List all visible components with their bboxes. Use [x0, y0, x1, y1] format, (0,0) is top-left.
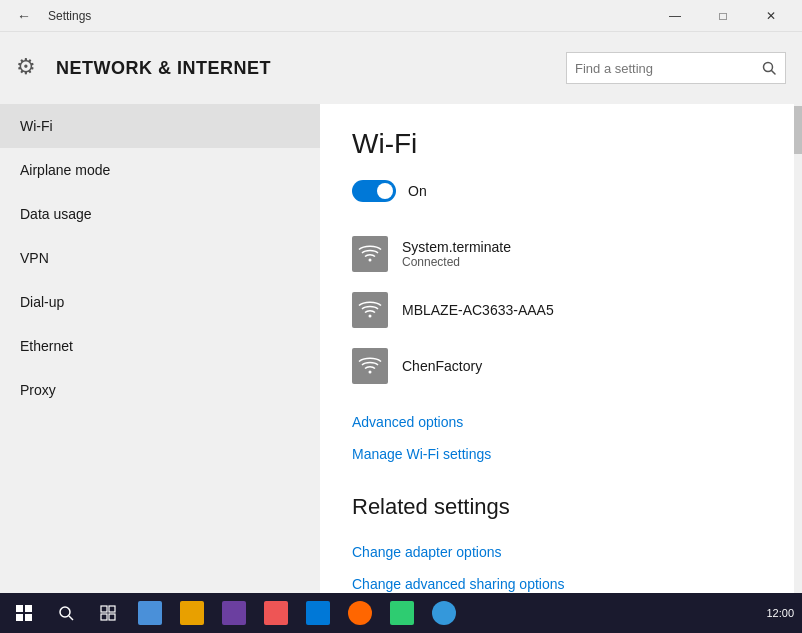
change-sharing-link[interactable]: Change advanced sharing options	[352, 568, 770, 593]
settings-app: ⚙ NETWORK & INTERNET Wi-Fi Airplane mode…	[0, 32, 802, 593]
svg-rect-6	[25, 605, 32, 612]
svg-rect-7	[16, 614, 23, 621]
taskbar-icon-6[interactable]	[340, 593, 380, 633]
network-info-1: System.terminate Connected	[402, 239, 511, 269]
sidebar-label-airplane: Airplane mode	[20, 162, 110, 178]
window-title: Settings	[48, 9, 91, 23]
taskbar-icon-1[interactable]	[130, 593, 170, 633]
sidebar-item-proxy[interactable]: Proxy	[0, 368, 320, 412]
network-item-chenfactory[interactable]: ChenFactory	[352, 338, 770, 394]
start-button[interactable]	[4, 593, 44, 633]
wifi-toggle-row: On	[352, 180, 770, 202]
page-title: Wi-Fi	[352, 128, 770, 160]
svg-line-1	[772, 71, 776, 75]
related-links-section: Change adapter options Change advanced s…	[352, 536, 770, 593]
network-name-2: MBLAZE-AC3633-AAA5	[402, 302, 554, 318]
taskbar-icon-3[interactable]	[214, 593, 254, 633]
taskbar-app-6	[348, 601, 372, 625]
taskbar-app-7	[390, 601, 414, 625]
sidebar-label-proxy: Proxy	[20, 382, 56, 398]
links-section: Advanced options Manage Wi-Fi settings	[352, 406, 770, 470]
svg-line-10	[69, 616, 73, 620]
content-panel: Wi-Fi On System	[320, 104, 802, 593]
sidebar-label-ethernet: Ethernet	[20, 338, 73, 354]
window-controls: — □ ✕	[652, 0, 794, 32]
taskbar-time: 12:00	[766, 607, 794, 619]
network-item-system-terminate[interactable]: System.terminate Connected	[352, 226, 770, 282]
svg-rect-8	[25, 614, 32, 621]
sidebar-item-wifi[interactable]: Wi-Fi	[0, 104, 320, 148]
sidebar-label-dialup: Dial-up	[20, 294, 64, 310]
search-input[interactable]	[567, 53, 753, 83]
search-box	[566, 52, 786, 84]
change-adapter-link[interactable]: Change adapter options	[352, 536, 770, 568]
wifi-toggle[interactable]	[352, 180, 396, 202]
sidebar-label-vpn: VPN	[20, 250, 49, 266]
taskbar-right: 12:00	[766, 607, 798, 619]
settings-icon: ⚙	[16, 54, 44, 82]
taskbar-icon-5[interactable]	[298, 593, 338, 633]
sidebar-item-airplane[interactable]: Airplane mode	[0, 148, 320, 192]
advanced-options-link[interactable]: Advanced options	[352, 406, 770, 438]
minimize-button[interactable]: —	[652, 0, 698, 32]
svg-rect-12	[109, 606, 115, 612]
network-info-3: ChenFactory	[402, 358, 482, 374]
app-header: ⚙ NETWORK & INTERNET	[0, 32, 802, 104]
back-button[interactable]: ←	[8, 0, 40, 32]
svg-rect-5	[16, 605, 23, 612]
taskbar-icon-2[interactable]	[172, 593, 212, 633]
taskbar: 12:00	[0, 593, 802, 633]
windows-icon	[16, 605, 32, 621]
svg-point-9	[60, 607, 70, 617]
wifi-signal-icon-2	[352, 292, 388, 328]
task-view-icon	[100, 605, 116, 621]
svg-rect-13	[101, 614, 107, 620]
network-status-1: Connected	[402, 255, 511, 269]
taskbar-icon-7[interactable]	[382, 593, 422, 633]
svg-point-4	[369, 371, 372, 374]
taskbar-app-4	[264, 601, 288, 625]
related-settings-title: Related settings	[352, 494, 770, 520]
sidebar-label-wifi: Wi-Fi	[20, 118, 53, 134]
close-button[interactable]: ✕	[748, 0, 794, 32]
main-area: Wi-Fi Airplane mode Data usage VPN Dial-…	[0, 104, 802, 593]
maximize-button[interactable]: □	[700, 0, 746, 32]
title-bar: ← Settings — □ ✕	[0, 0, 802, 32]
svg-point-2	[369, 259, 372, 262]
network-name-1: System.terminate	[402, 239, 511, 255]
toggle-label: On	[408, 183, 427, 199]
svg-point-3	[369, 315, 372, 318]
taskbar-app-2	[180, 601, 204, 625]
search-button[interactable]	[753, 52, 785, 84]
search-icon	[762, 61, 776, 75]
app-title: NETWORK & INTERNET	[56, 58, 271, 79]
sidebar-item-vpn[interactable]: VPN	[0, 236, 320, 280]
search-taskbar-icon	[58, 605, 74, 621]
taskbar-icon-8[interactable]	[424, 593, 464, 633]
wifi-signal-icon-1	[352, 236, 388, 272]
svg-rect-11	[101, 606, 107, 612]
taskbar-app-1	[138, 601, 162, 625]
scrollbar-thumb[interactable]	[794, 106, 802, 154]
sidebar: Wi-Fi Airplane mode Data usage VPN Dial-…	[0, 104, 320, 593]
manage-wifi-link[interactable]: Manage Wi-Fi settings	[352, 438, 770, 470]
scrollbar-track[interactable]	[794, 104, 802, 593]
task-view-button[interactable]	[88, 593, 128, 633]
sidebar-item-ethernet[interactable]: Ethernet	[0, 324, 320, 368]
network-info-2: MBLAZE-AC3633-AAA5	[402, 302, 554, 318]
sidebar-label-datausage: Data usage	[20, 206, 92, 222]
toggle-thumb	[377, 183, 393, 199]
taskbar-app-3	[222, 601, 246, 625]
sidebar-item-datausage[interactable]: Data usage	[0, 192, 320, 236]
network-item-mblaze[interactable]: MBLAZE-AC3633-AAA5	[352, 282, 770, 338]
taskbar-icon-4[interactable]	[256, 593, 296, 633]
svg-rect-14	[109, 614, 115, 620]
sidebar-item-dialup[interactable]: Dial-up	[0, 280, 320, 324]
search-taskbar-button[interactable]	[46, 593, 86, 633]
wifi-signal-icon-3	[352, 348, 388, 384]
network-name-3: ChenFactory	[402, 358, 482, 374]
taskbar-app-5	[306, 601, 330, 625]
taskbar-app-8	[432, 601, 456, 625]
